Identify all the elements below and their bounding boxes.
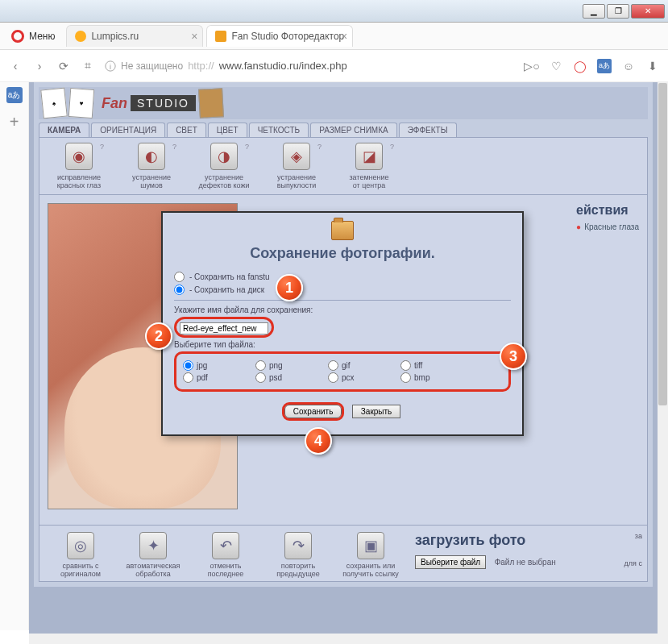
profile-icon[interactable]: ☺ xyxy=(621,59,636,73)
tool-redeye[interactable]: ?◉исправлениекрасных глаз xyxy=(43,143,115,189)
ft-tiff[interactable]: tiff xyxy=(400,360,433,371)
opera-menu-button[interactable]: Меню xyxy=(3,27,63,46)
btool-label: предыдущее xyxy=(262,570,334,578)
tab-color[interactable]: ЦВЕТ xyxy=(208,123,247,137)
noise-icon: ◐ xyxy=(138,143,165,170)
actions-item[interactable]: ●Красные глаза xyxy=(576,222,639,231)
radio-input[interactable] xyxy=(255,372,266,383)
radio-input[interactable] xyxy=(183,372,193,383)
btool-auto[interactable]: ✦автоматическаяобработка xyxy=(117,532,189,578)
save-option-disk[interactable]: - Сохранить на диск xyxy=(174,285,511,295)
ft-jpg[interactable]: jpg xyxy=(183,360,215,371)
ft-label: pdf xyxy=(197,373,208,382)
reload-button[interactable]: ⟳ xyxy=(56,59,71,73)
tab-camera[interactable]: КАМЕРА xyxy=(39,123,89,137)
save-button[interactable]: Сохранить xyxy=(284,405,342,418)
filename-input[interactable] xyxy=(180,322,268,334)
favicon-icon xyxy=(215,31,226,42)
translate-icon[interactable]: aあ xyxy=(597,59,612,73)
category-tabs: КАМЕРА ОРИЕНТАЦИЯ СВЕТ ЦВЕТ ЧЕТКОСТЬ РАЗ… xyxy=(39,123,648,137)
btool-compare[interactable]: ◎сравнить соригиналом xyxy=(44,532,117,578)
bottom-toolbar: ◎сравнить соригиналом ✦автоматическаяобр… xyxy=(39,526,648,582)
tab-lumpics[interactable]: Lumpics.ru × xyxy=(66,25,203,47)
undo-icon: ↶ xyxy=(212,532,239,559)
folder-icon xyxy=(331,221,354,240)
url-field[interactable]: i Не защищено http:// www.fanstudio.ru/i… xyxy=(105,60,515,72)
back-button[interactable]: ‹ xyxy=(8,59,23,73)
radio-input[interactable] xyxy=(174,285,185,295)
radio-input[interactable] xyxy=(255,360,266,371)
option-label: - Сохранить на fanstu xyxy=(189,272,270,281)
actions-heading: ействия xyxy=(576,203,628,217)
tab-sharpness[interactable]: ЧЕТКОСТЬ xyxy=(249,123,309,137)
tab-effects[interactable]: ЭФФЕКТЫ xyxy=(399,123,457,137)
svg-text:i: i xyxy=(110,62,111,70)
scrollbar-horizontal[interactable] xyxy=(29,634,658,644)
vignette-icon: ◪ xyxy=(355,143,383,170)
tool-noise[interactable]: ?◐устранениешумов xyxy=(115,143,188,189)
tool-skin[interactable]: ?◑устранениедефектов кожи xyxy=(188,143,260,189)
save-option-fanstudio[interactable]: - Сохранить на fanstu xyxy=(174,272,511,282)
tab-light[interactable]: СВЕТ xyxy=(167,123,206,137)
download-icon[interactable]: ⬇ xyxy=(645,59,660,73)
redo-icon: ↷ xyxy=(284,532,312,559)
choose-file-button[interactable]: Выберите файл xyxy=(415,555,486,569)
btool-label: обработка xyxy=(117,570,189,578)
scroll-thumb[interactable] xyxy=(658,83,667,405)
url-text: www.fanstudio.ru/index.php xyxy=(219,60,347,72)
tab-orientation[interactable]: ОРИЕНТАЦИЯ xyxy=(91,123,165,137)
logo-script: Fan xyxy=(102,95,127,112)
vpn-icon[interactable]: ▷○ xyxy=(525,59,539,73)
opera-ext-icon[interactable]: ◯ xyxy=(573,59,587,73)
browser-sidebar: aあ + xyxy=(0,82,29,630)
radio-input[interactable] xyxy=(174,272,185,282)
save-dialog: Сохранение фотографии. - Сохранить на fa… xyxy=(161,211,524,436)
ft-gif[interactable]: gif xyxy=(328,360,360,371)
close-icon[interactable]: × xyxy=(341,30,347,43)
radio-input[interactable] xyxy=(328,360,338,371)
ft-label: png xyxy=(269,361,283,370)
ft-pcx[interactable]: pcx xyxy=(328,372,360,383)
filetype-row: jpg png gif tiff xyxy=(183,360,502,371)
tab-title: Lumpics.ru xyxy=(91,31,139,42)
info-icon: i xyxy=(105,60,116,72)
tab-fanstudio[interactable]: Fan Studio Фоторедактор × xyxy=(206,25,353,47)
menu-label: Меню xyxy=(29,31,55,42)
tab-size[interactable]: РАЗМЕР СНИМКА xyxy=(310,123,397,137)
ft-png[interactable]: png xyxy=(255,360,288,371)
maximize-button[interactable]: ❐ xyxy=(607,4,629,19)
btool-label: сохранить или xyxy=(334,562,407,570)
bookmark-icon[interactable]: ♡ xyxy=(549,59,563,73)
tool-label: устранение xyxy=(115,173,188,181)
btool-save[interactable]: ▣сохранить илиполучить ссылку xyxy=(334,532,407,578)
tool-row: ?◉исправлениекрасных глаз ?◐устранениешу… xyxy=(39,137,648,195)
address-bar: ‹ › ⟳ ⌗ i Не защищено http:// www.fanstu… xyxy=(0,50,668,82)
translate-sidebar-icon[interactable]: aあ xyxy=(6,87,23,103)
ft-label: tiff xyxy=(414,361,422,370)
ft-psd[interactable]: psd xyxy=(255,372,288,383)
close-icon[interactable]: × xyxy=(191,30,197,43)
filetype-label: Выберите тип файла: xyxy=(174,340,511,349)
scrollbar-vertical[interactable] xyxy=(658,82,668,644)
btool-undo[interactable]: ↶отменитьпоследнее xyxy=(189,532,262,578)
tool-label: устранение xyxy=(260,173,333,181)
radio-input[interactable] xyxy=(400,372,411,383)
radio-input[interactable] xyxy=(183,360,193,371)
ft-bmp[interactable]: bmp xyxy=(400,372,433,383)
tool-vignette[interactable]: ?◪затемнениеот центра xyxy=(333,143,405,189)
forward-button[interactable]: › xyxy=(32,59,47,73)
close-button[interactable]: ✕ xyxy=(631,4,665,19)
add-sidebar-button[interactable]: + xyxy=(10,113,19,131)
tool-label: исправление xyxy=(43,173,115,181)
tool-bulge[interactable]: ?◈устранениевыпуклости xyxy=(260,143,333,189)
tab-bar: Меню Lumpics.ru × Fan Studio Фоторедакто… xyxy=(0,23,668,50)
annotation-4: 4 xyxy=(305,427,332,455)
btool-redo[interactable]: ↷повторитьпредыдущее xyxy=(262,532,334,578)
speeddial-button[interactable]: ⌗ xyxy=(81,59,95,73)
upload-title: загрузить фото xyxy=(415,532,610,549)
ft-pdf[interactable]: pdf xyxy=(183,372,215,383)
minimize-button[interactable]: ▁ xyxy=(583,4,605,19)
radio-input[interactable] xyxy=(400,360,411,371)
radio-input[interactable] xyxy=(328,372,338,383)
close-dialog-button[interactable]: Закрыть xyxy=(352,405,401,418)
